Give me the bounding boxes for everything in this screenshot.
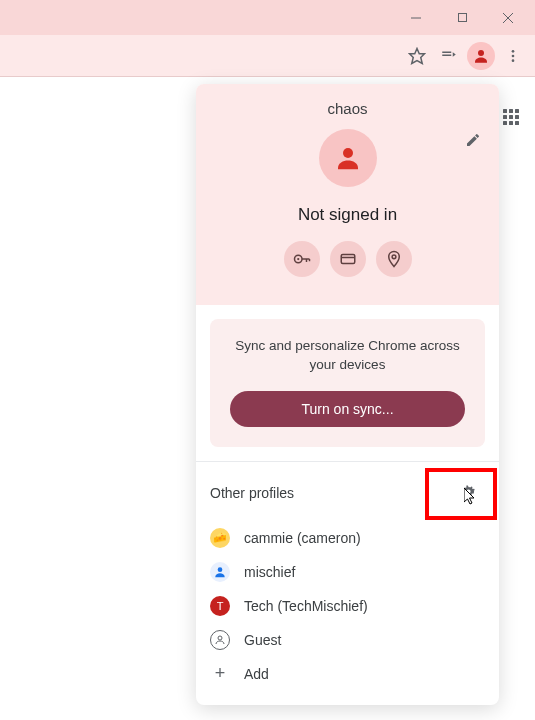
media-control-icon[interactable]	[435, 42, 463, 70]
svg-rect-15	[341, 255, 355, 264]
sync-message: Sync and personalize Chrome across your …	[230, 337, 465, 375]
svg-point-8	[512, 59, 515, 62]
other-profiles-title: Other profiles	[210, 485, 294, 501]
profile-label: Guest	[244, 632, 281, 648]
profile-feature-icons	[212, 241, 483, 277]
minimize-button[interactable]	[393, 2, 439, 34]
avatar-icon: 🧀	[210, 528, 230, 548]
profile-row-cammie[interactable]: 🧀 cammie (cameron)	[210, 521, 485, 555]
bookmark-star-icon[interactable]	[403, 42, 431, 70]
profile-popup: chaos Not signed in Sync and p	[196, 84, 499, 705]
profile-row-mischief[interactable]: mischief	[210, 555, 485, 589]
page-content: chaos Not signed in Sync and p	[0, 77, 535, 720]
other-profiles-section: Other profiles 🧀 cammie (cameron) mischi…	[196, 472, 499, 705]
divider	[196, 461, 499, 462]
svg-point-17	[392, 255, 396, 259]
profile-label: cammie (cameron)	[244, 530, 361, 546]
popup-header: chaos Not signed in	[196, 84, 499, 305]
addresses-icon[interactable]	[376, 241, 412, 277]
browser-toolbar	[0, 35, 535, 77]
profile-label: Tech (TechMischief)	[244, 598, 368, 614]
svg-point-11	[297, 258, 299, 260]
svg-point-7	[512, 54, 515, 57]
profile-name: chaos	[212, 100, 483, 117]
avatar-icon	[210, 562, 230, 582]
payments-icon[interactable]	[330, 241, 366, 277]
profile-row-guest[interactable]: Guest	[210, 623, 485, 657]
close-button[interactable]	[485, 2, 531, 34]
svg-point-18	[218, 567, 223, 572]
plus-icon: +	[210, 664, 230, 684]
svg-point-6	[512, 50, 515, 53]
manage-profiles-button[interactable]	[452, 482, 485, 505]
svg-point-5	[478, 50, 484, 56]
signin-status: Not signed in	[212, 205, 483, 225]
profile-avatar	[319, 129, 377, 187]
passwords-icon[interactable]	[284, 241, 320, 277]
turn-on-sync-button[interactable]: Turn on sync...	[230, 391, 465, 427]
account-avatar-button[interactable]	[467, 42, 495, 70]
profile-row-add[interactable]: + Add	[210, 657, 485, 691]
svg-rect-1	[458, 14, 466, 22]
svg-point-19	[218, 636, 222, 640]
profile-label: mischief	[244, 564, 295, 580]
overflow-menu-icon[interactable]	[499, 42, 527, 70]
apps-grid-icon[interactable]	[501, 107, 521, 127]
avatar-icon: T	[210, 596, 230, 616]
window-titlebar	[0, 0, 535, 35]
edit-profile-icon[interactable]	[465, 132, 481, 152]
maximize-button[interactable]	[439, 2, 485, 34]
profile-label: Add	[244, 666, 269, 682]
svg-point-9	[343, 148, 353, 158]
sync-panel: Sync and personalize Chrome across your …	[210, 319, 485, 447]
guest-icon	[210, 630, 230, 650]
profile-row-tech[interactable]: T Tech (TechMischief)	[210, 589, 485, 623]
svg-marker-4	[410, 48, 425, 63]
